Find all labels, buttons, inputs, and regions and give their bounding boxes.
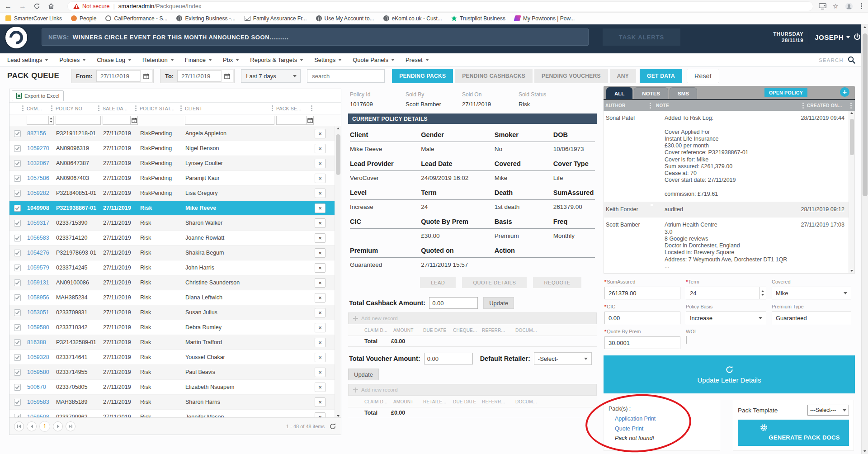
table-row[interactable]: 1059328 0233714641 27/11/2019 Risk Youss…	[9, 350, 341, 365]
table-row[interactable]: 1049908 P321938867-01 27/11/2019 Risk Mi…	[9, 201, 341, 216]
grid-scrollbar[interactable]	[335, 126, 341, 418]
row-checkbox[interactable]	[14, 145, 21, 152]
column-header[interactable]: SALE DA...	[102, 103, 139, 114]
row-checkbox[interactable]	[14, 130, 21, 137]
calendar-icon[interactable]	[131, 116, 138, 125]
row-checkbox[interactable]	[14, 294, 21, 301]
scroll-down-icon[interactable]	[850, 270, 853, 272]
table-row[interactable]: 1054276 P321978693-01 27/11/2019 Risk Sh…	[9, 246, 341, 260]
delete-row-button[interactable]: ×	[315, 353, 326, 362]
pack-print-link[interactable]: Application Print	[615, 416, 715, 422]
crm-id-link[interactable]: 1059270	[26, 145, 55, 151]
cashback-update-button[interactable]: Update	[483, 297, 514, 309]
delete-row-button[interactable]: ×	[315, 293, 326, 303]
delete-row-button[interactable]: ×	[315, 323, 326, 332]
delete-row-button[interactable]: ×	[315, 248, 326, 258]
reload-icon[interactable]	[33, 3, 40, 9]
pending-vouchers-button[interactable]: PENDING VOUCHERS	[534, 69, 608, 83]
row-checkbox[interactable]	[14, 384, 21, 391]
default-retailer-select[interactable]: -Select-	[534, 352, 592, 365]
crm-id-link[interactable]: 1032067	[26, 160, 55, 166]
scroll-up-icon[interactable]	[850, 112, 853, 114]
delete-row-button[interactable]: ×	[315, 368, 326, 377]
delete-row-button[interactable]: ×	[315, 338, 326, 347]
notes-tab[interactable]: SMS	[670, 87, 697, 99]
crm-id-link[interactable]: 1049908	[26, 205, 55, 211]
column-menu-icon[interactable]	[98, 108, 99, 109]
column-menu-icon[interactable]	[51, 108, 52, 109]
column-menu-icon[interactable]	[180, 108, 182, 109]
date-range-select[interactable]: Last 7 days	[241, 69, 301, 83]
to-date-input[interactable]	[178, 73, 221, 80]
voucher-update-button[interactable]: Update	[348, 369, 379, 380]
delete-row-button[interactable]: ×	[315, 233, 326, 243]
wol-checkbox[interactable]	[686, 336, 687, 344]
client-filter-input[interactable]	[185, 116, 274, 125]
column-menu-icon[interactable]	[802, 105, 804, 106]
forward-icon[interactable]: →	[19, 3, 26, 10]
delete-row-button[interactable]: ×	[315, 174, 326, 183]
menu-item[interactable]: Lead settings	[7, 57, 48, 63]
table-row[interactable]: 1059131 AN09100086 27/11/2019 Risk Chris…	[9, 275, 341, 290]
get-data-button[interactable]: GET DATA	[640, 69, 682, 83]
crm-id-link[interactable]: 1054276	[26, 250, 55, 256]
export-to-excel-button[interactable]: Export to Excel	[12, 90, 64, 101]
url-host[interactable]: smarteradmin	[118, 3, 154, 9]
scrollbar-thumb[interactable]	[850, 119, 854, 155]
crm-id-link[interactable]: 1059579	[26, 265, 55, 271]
prev-page-button[interactable]	[27, 421, 37, 431]
delete-row-button[interactable]: ×	[315, 203, 326, 213]
notes-scrollbar[interactable]	[849, 111, 854, 273]
table-row[interactable]: 1058956 MAH385234 27/11/2019 Risk Diana …	[9, 290, 341, 305]
crm-id-link[interactable]: 1059583	[26, 399, 55, 405]
column-menu-icon[interactable]	[311, 108, 312, 109]
row-checkbox[interactable]	[14, 250, 21, 256]
pack-sent-filter-input[interactable]	[276, 116, 307, 125]
menu-item[interactable]: Pbx	[223, 57, 239, 63]
covered-select[interactable]: Mike	[772, 287, 851, 299]
scrollbar-thumb[interactable]	[336, 134, 340, 175]
voucher-amount-input[interactable]	[424, 353, 473, 364]
url-path[interactable]: /Packqueue/Index	[154, 3, 201, 9]
menu-item[interactable]: Chase Log	[97, 57, 132, 63]
menu-item[interactable]: Preset	[406, 57, 429, 63]
last-page-button[interactable]	[66, 421, 75, 431]
menu-item[interactable]: Reports & Targets	[250, 57, 303, 63]
column-menu-icon[interactable]	[650, 105, 651, 106]
crm-id-link[interactable]: 1059580	[26, 324, 55, 331]
row-checkbox[interactable]	[14, 175, 21, 182]
notes-tab[interactable]: ALL	[606, 87, 632, 99]
row-checkbox[interactable]	[14, 309, 21, 316]
delete-row-button[interactable]: ×	[315, 189, 326, 198]
crm-id-link[interactable]: 1059580	[26, 369, 55, 375]
delete-row-button[interactable]: ×	[315, 129, 326, 138]
premium-type-input[interactable]	[772, 312, 851, 324]
queue-search-input[interactable]	[307, 69, 385, 83]
scrollbar-thumb[interactable]	[863, 33, 868, 196]
row-checkbox[interactable]	[14, 220, 21, 227]
delete-row-button[interactable]: ×	[315, 383, 326, 392]
table-row[interactable]: 1059580 0233710342 27/11/2019 Risk Debra…	[9, 320, 341, 335]
home-icon[interactable]	[47, 3, 55, 9]
column-header[interactable]: CRM...	[26, 103, 55, 114]
table-row[interactable]: 1059580 0233714955 27/11/2019 Risk Paul …	[9, 365, 341, 380]
row-checkbox[interactable]	[14, 205, 21, 212]
column-menu-icon[interactable]	[272, 108, 273, 109]
crm-id-link[interactable]: 887156	[26, 130, 55, 137]
quote-by-prem-input[interactable]	[604, 336, 680, 349]
crm-id-link[interactable]: 1058956	[26, 294, 55, 301]
bookmark-item[interactable]: My Powtoons | Pow...	[514, 15, 575, 22]
policy-basis-select[interactable]: Increase	[686, 312, 766, 324]
sale-date-filter-input[interactable]	[103, 116, 131, 125]
crm-id-link[interactable]: 1059328	[26, 354, 55, 360]
table-row[interactable]: 1053051 0233709831 27/11/2019 Risk Susan…	[9, 305, 341, 320]
crm-id-link[interactable]: 1059317	[26, 220, 55, 226]
spinner-down-icon[interactable]	[50, 121, 52, 123]
crm-id-link[interactable]: 1059131	[26, 279, 55, 286]
table-row[interactable]: 1059579 0233714245 27/11/2019 Risk John …	[9, 260, 341, 275]
column-header[interactable]: CLIENT	[184, 103, 275, 114]
policy-no-filter-input[interactable]	[56, 116, 101, 125]
cic-input[interactable]	[604, 312, 680, 324]
back-icon[interactable]: ←	[5, 3, 12, 10]
open-policy-button[interactable]: OPEN POLICY	[764, 88, 807, 97]
